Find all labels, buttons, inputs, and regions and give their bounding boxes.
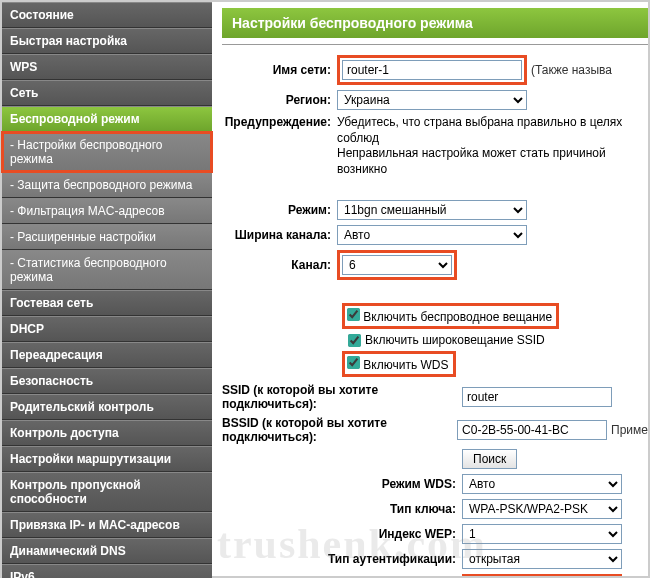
wds-mode-select[interactable]: Авто bbox=[462, 474, 622, 494]
key-type-label: Тип ключа: bbox=[222, 502, 462, 516]
chwidth-select[interactable]: Авто bbox=[337, 225, 527, 245]
key-type-select[interactable]: WPA-PSK/WPA2-PSK bbox=[462, 499, 622, 519]
auth-label: Тип аутентификации: bbox=[222, 552, 462, 566]
ssid-connect-label: SSID (к которой вы хотите подключиться): bbox=[222, 383, 462, 411]
auth-select[interactable]: открытая bbox=[462, 549, 622, 569]
nav-routing[interactable]: Настройки маршрутизации bbox=[2, 446, 212, 472]
nav-wireless-settings[interactable]: - Настройки беспроводного режима bbox=[2, 132, 212, 172]
wds-mode-label: Режим WDS: bbox=[222, 477, 462, 491]
channel-label: Канал: bbox=[222, 258, 337, 272]
cb1-input[interactable] bbox=[347, 308, 360, 321]
nav-advanced[interactable]: - Расширенные настройки bbox=[2, 224, 212, 250]
cb1-label: Включить беспроводное вещание bbox=[363, 310, 552, 324]
cb-ssid-broadcast[interactable]: Включить широковещание SSID bbox=[348, 333, 648, 347]
chwidth-label: Ширина канала: bbox=[222, 228, 337, 242]
nav-bandwidth[interactable]: Контроль пропускной способности bbox=[2, 472, 212, 512]
wep-index-label: Индекс WEP: bbox=[222, 527, 462, 541]
sidebar: Состояние Быстрая настройка WPS Сеть Бес… bbox=[2, 2, 212, 576]
warning-text-1: Убедитесь, что страна выбрана правильно … bbox=[337, 115, 648, 146]
nav-network[interactable]: Сеть bbox=[2, 80, 212, 106]
cb2-label: Включить широковещание SSID bbox=[365, 333, 545, 347]
nav-wireless-stats[interactable]: - Статистика беспроводного режима bbox=[2, 250, 212, 290]
nav-quick-setup[interactable]: Быстрая настройка bbox=[2, 28, 212, 54]
warning-text-2: Неправильная настройка может стать причи… bbox=[337, 146, 648, 177]
divider bbox=[222, 44, 648, 45]
nav-guest[interactable]: Гостевая сеть bbox=[2, 290, 212, 316]
nav-ip-mac-binding[interactable]: Привязка IP- и MAC-адресов bbox=[2, 512, 212, 538]
nav-ipv6[interactable]: IPv6 bbox=[2, 564, 212, 578]
ssid-connect-input[interactable] bbox=[462, 387, 612, 407]
wep-index-select[interactable]: 1 bbox=[462, 524, 622, 544]
nav-wireless[interactable]: Беспроводной режим bbox=[2, 106, 212, 132]
nav-wireless-security[interactable]: - Защита беспроводного режима bbox=[2, 172, 212, 198]
ssid-label: Имя сети: bbox=[222, 63, 337, 77]
cb3-label: Включить WDS bbox=[363, 358, 448, 372]
cb3-input[interactable] bbox=[347, 356, 360, 369]
nav-forwarding[interactable]: Переадресация bbox=[2, 342, 212, 368]
cb2-input[interactable] bbox=[348, 334, 361, 347]
search-button[interactable]: Поиск bbox=[462, 449, 517, 469]
bssid-label: BSSID (к которой вы хотите подключиться)… bbox=[222, 416, 457, 444]
bssid-input[interactable] bbox=[457, 420, 607, 440]
region-label: Регион: bbox=[222, 93, 337, 107]
region-select[interactable]: Украина bbox=[337, 90, 527, 110]
nav-ddns[interactable]: Динамический DNS bbox=[2, 538, 212, 564]
nav-mac-filter[interactable]: - Фильтрация MAC-адресов bbox=[2, 198, 212, 224]
nav-parental[interactable]: Родительский контроль bbox=[2, 394, 212, 420]
ssid-input[interactable] bbox=[342, 60, 522, 80]
cb-wireless-broadcast[interactable]: Включить беспроводное вещание bbox=[342, 303, 648, 329]
nav-access-control[interactable]: Контроль доступа bbox=[2, 420, 212, 446]
bssid-note: Приме bbox=[611, 423, 648, 437]
ssid-note: (Также называ bbox=[531, 63, 612, 77]
mode-label: Режим: bbox=[222, 203, 337, 217]
nav-dhcp[interactable]: DHCP bbox=[2, 316, 212, 342]
content-panel: Настройки беспроводного режима Имя сети:… bbox=[212, 2, 648, 576]
warning-label: Предупреждение: bbox=[222, 115, 337, 129]
mode-select[interactable]: 11bgn смешанный bbox=[337, 200, 527, 220]
nav-security[interactable]: Безопасность bbox=[2, 368, 212, 394]
cb-wds[interactable]: Включить WDS bbox=[342, 351, 648, 377]
panel-title: Настройки беспроводного режима bbox=[222, 8, 648, 38]
channel-select[interactable]: 6 bbox=[342, 255, 452, 275]
nav-wps[interactable]: WPS bbox=[2, 54, 212, 80]
nav-status[interactable]: Состояние bbox=[2, 2, 212, 28]
